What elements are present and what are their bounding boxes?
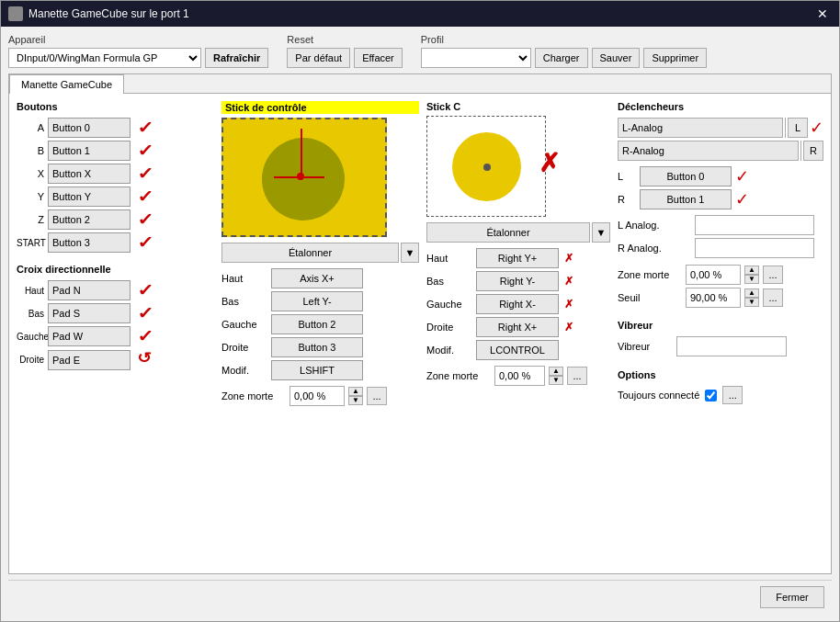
check-a: ✓	[137, 118, 153, 138]
dpad-label-right: Droite	[17, 355, 44, 365]
r-analog-field-input[interactable]	[695, 238, 814, 258]
calibrate-arrow-button[interactable]: ▼	[401, 243, 419, 263]
deadzone-down[interactable]: ▼	[744, 275, 759, 284]
dpad-mapping-down[interactable]: Pad S	[48, 303, 131, 323]
threshold-ellipsis[interactable]: ...	[763, 288, 783, 307]
check-dpad-left: ✓	[137, 326, 153, 346]
sc-map-up: Haut Right Y+ ✗	[426, 248, 610, 268]
main-window: Manette GameCube sur le port 1 ✕ Apparei…	[0, 0, 840, 622]
sc-deadzone-up[interactable]: ▲	[549, 367, 563, 376]
cs-map-down: Bas Left Y-	[221, 291, 419, 311]
sc-btn-right[interactable]: Right X+	[476, 317, 559, 337]
cs-btn-up[interactable]: Axis X+	[271, 268, 363, 288]
r-letter: R	[810, 145, 817, 156]
sc-btn-left[interactable]: Right X-	[476, 294, 559, 314]
main-panel: Manette GameCube Boutons A Button 0 ✓ B …	[8, 74, 832, 574]
btn-label-b: B	[17, 145, 44, 156]
titlebar: Manette GameCube sur le port 1 ✕	[1, 1, 839, 27]
l-analog-row: L-Analog L ✓	[618, 118, 823, 138]
sc-btn-modif[interactable]: LCONTROL	[476, 340, 559, 360]
r-analog-field-row: R Analog.	[618, 238, 823, 258]
calibrate-c-arrow-button[interactable]: ▼	[592, 222, 610, 243]
close-button[interactable]: Fermer	[760, 586, 824, 608]
dpad-mapping-left[interactable]: Pad W	[48, 326, 131, 346]
cs-deadzone-ellipsis[interactable]: ...	[367, 387, 387, 405]
stick-c-visual-wrapper: ✗	[426, 116, 564, 217]
sc-deadzone-ellipsis[interactable]: ...	[567, 367, 587, 385]
sc-deadzone-down[interactable]: ▼	[549, 376, 563, 385]
options-ellipsis[interactable]: ...	[722, 386, 743, 404]
dpad-row-right: Droite Pad E ↺	[17, 349, 214, 370]
l-analog-field-input[interactable]	[695, 215, 814, 235]
device-select[interactable]: DInput/0/WingMan Formula GP	[8, 48, 201, 68]
window-title: Manette GameCube sur le port 1	[28, 7, 189, 20]
calibrate-c-button[interactable]: Étalonner	[426, 222, 590, 243]
cs-btn-right[interactable]: Button 3	[271, 337, 363, 357]
l-analog-label: L-Analog	[622, 122, 663, 133]
l-analog-bar[interactable]: L-Analog	[618, 118, 783, 138]
r-analog-row: R-Analog R	[618, 141, 823, 161]
dpad-mapping-right[interactable]: Pad E	[48, 350, 131, 370]
panel-content: Boutons A Button 0 ✓ B Button 1 ✓ X Butt…	[9, 94, 831, 573]
deadzone-input[interactable]	[686, 265, 741, 285]
sc-deadzone-input[interactable]	[494, 366, 545, 386]
btn-mapping-z[interactable]: Button 2	[48, 209, 131, 230]
default-button[interactable]: Par défaut	[287, 48, 350, 68]
btn-mapping-x[interactable]: Button X	[48, 164, 131, 184]
deadzone-label: Zone morte	[618, 269, 682, 280]
cs-map-modif: Modif. LSHIFT	[221, 360, 419, 380]
cs-deadzone-down[interactable]: ▼	[348, 396, 363, 405]
threshold-up[interactable]: ▲	[744, 288, 759, 298]
deadzone-up[interactable]: ▲	[744, 266, 759, 275]
btn-mapping-y[interactable]: Button Y	[48, 187, 131, 207]
l-button[interactable]: Button 0	[640, 166, 732, 187]
always-connected-checkbox[interactable]	[705, 390, 717, 401]
l-analog-field-label: L Analog.	[618, 220, 691, 231]
vibrator-input[interactable]	[676, 336, 787, 356]
btn-mapping-a[interactable]: Button 0	[48, 118, 131, 138]
close-window-button[interactable]: ✕	[813, 4, 832, 24]
control-stick-visual	[221, 118, 387, 237]
cs-btn-left[interactable]: Button 2	[271, 314, 363, 334]
cs-label-right: Droite	[221, 342, 267, 353]
btn-mapping-b[interactable]: Button 1	[48, 141, 131, 161]
cs-btn-down[interactable]: Left Y-	[271, 291, 363, 311]
x-mark-left: ✗	[564, 298, 573, 311]
check-b: ✓	[137, 141, 153, 161]
r-analog-bar[interactable]: R-Analog	[618, 141, 799, 161]
l-letter: L	[795, 122, 800, 133]
cs-label-down: Bas	[221, 296, 267, 307]
button-row-a: A Button 0 ✓	[17, 118, 214, 138]
options-section: Options Toujours connecté ...	[618, 369, 823, 404]
check-y: ✓	[137, 187, 153, 207]
sc-btn-down[interactable]: Right Y-	[476, 271, 559, 291]
sc-map-modif: Modif. LCONTROL	[426, 340, 610, 360]
threshold-input[interactable]	[686, 288, 741, 308]
btn-mapping-start[interactable]: Button 3	[48, 232, 131, 253]
cs-deadzone-spinner: ▲ ▼	[348, 387, 363, 405]
dpad-mapping-up[interactable]: Pad N	[48, 280, 131, 300]
refresh-button[interactable]: Rafraîchir	[205, 48, 268, 68]
cs-label-up: Haut	[221, 273, 267, 284]
threshold-label: Seuil	[618, 292, 682, 303]
profile-select[interactable]	[421, 48, 531, 68]
tab-gamecube[interactable]: Manette GameCube	[9, 74, 124, 94]
threshold-down[interactable]: ▼	[744, 298, 759, 307]
deadzone-ellipsis[interactable]: ...	[763, 266, 783, 284]
cs-btn-modif[interactable]: LSHIFT	[271, 360, 363, 380]
sc-map-left: Gauche Right X- ✗	[426, 294, 610, 314]
cs-deadzone-input[interactable]	[289, 386, 345, 406]
load-button[interactable]: Charger	[535, 48, 588, 68]
x-mark-right: ✗	[564, 321, 573, 334]
calibrate-button[interactable]: Étalonner	[221, 243, 399, 263]
r-button[interactable]: Button 1	[640, 189, 732, 209]
sc-btn-up[interactable]: Right Y+	[476, 248, 559, 268]
delete-button[interactable]: Supprimer	[643, 48, 707, 68]
buttons-title: Boutons	[17, 101, 214, 112]
profile-group: Profil Charger Sauver Supprimer	[421, 34, 707, 68]
stick-c-title: Stick C	[426, 101, 610, 112]
save-button[interactable]: Sauver	[592, 48, 641, 68]
cs-deadzone-up[interactable]: ▲	[348, 387, 363, 396]
erase-button[interactable]: Effacer	[354, 48, 403, 68]
check-dpad-down: ✓	[137, 303, 153, 323]
